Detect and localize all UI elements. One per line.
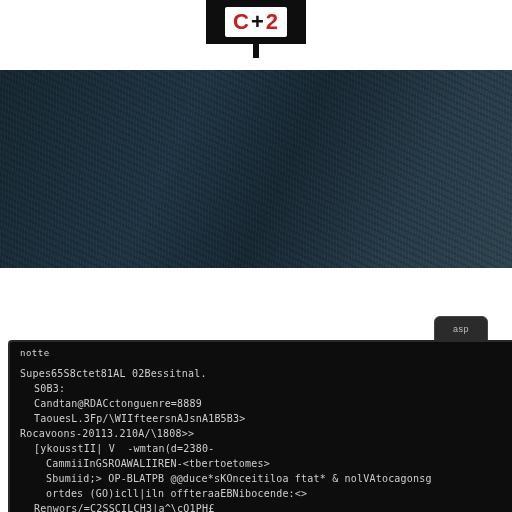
terminal-window[interactable]: notte Supes65S8ctet81AL 02Bessitnal.S0B3… — [8, 340, 512, 512]
logo-text: C+2 — [225, 7, 287, 37]
terminal-line: TaouesL.3Fp/\WIIfteersnAJsnA1B5B3> — [20, 411, 502, 426]
terminal-output: Supes65S8ctet81AL 02Bessitnal.S0B3:Candt… — [20, 366, 502, 512]
logo-plus: + — [251, 9, 265, 34]
logo-badge: C+2 — [206, 0, 306, 44]
terminal-line: S0B3: — [20, 381, 502, 396]
terminal-line: Candtan@RDACctonguenre=8889 — [20, 396, 502, 411]
terminal-title: notte — [20, 348, 502, 358]
terminal-line: Supes65S8ctet81AL 02Bessitnal. — [20, 366, 502, 381]
terminal-line: Rocavoons-20113.210A/\1808>> — [20, 426, 502, 441]
hero-texture-banner — [0, 70, 512, 268]
terminal-line: Renwors/=C2SSCILCH3|a^\cQ1PH£ — [20, 501, 502, 512]
logo-stem — [253, 44, 259, 58]
logo-number-2: 2 — [266, 9, 279, 34]
monitor-tab[interactable]: asp — [434, 316, 488, 342]
logo-letter-c: C — [233, 9, 250, 34]
monitor-tab-label: asp — [453, 324, 469, 334]
terminal-line: [ykousstII| V -wmtan(d=2380- — [20, 441, 502, 456]
terminal-line: CammiiInGSROAWALIIREN-<tbertoetomes> — [20, 456, 502, 471]
terminal-line: Sbumiid;> OP-BLATPB @@duce*sKOnceitiloa … — [20, 471, 502, 486]
terminal-line: ortdes (GO)icll|iln offteraaEBNibocende:… — [20, 486, 502, 501]
